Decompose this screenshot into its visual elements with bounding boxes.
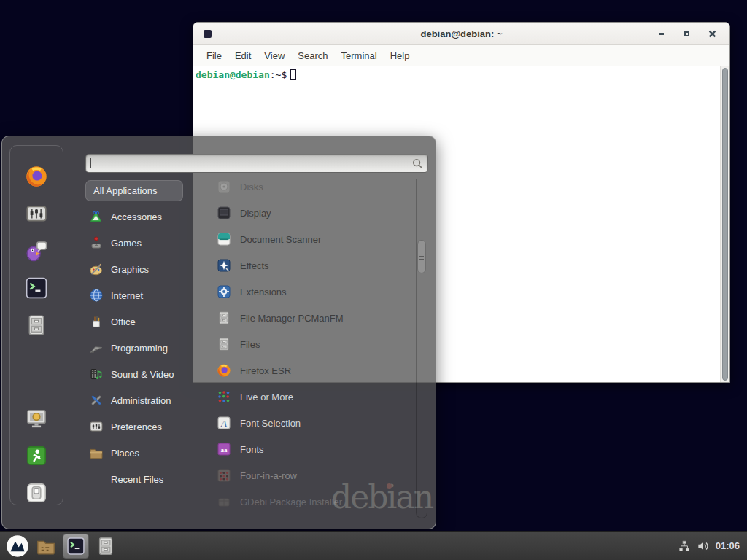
app-label: Font Selection (240, 418, 301, 429)
extensions-icon (217, 284, 231, 299)
app-five-or-more[interactable]: Five or More (192, 384, 418, 410)
app-display[interactable]: Display (192, 200, 418, 226)
category-games[interactable]: Games (85, 230, 183, 256)
files-launcher[interactable] (96, 536, 116, 556)
category-places[interactable]: Places (85, 440, 183, 466)
file-cabinet-icon (217, 337, 231, 351)
favorite-settings-panel-icon[interactable] (25, 202, 48, 225)
app-disks[interactable]: Disks (192, 174, 418, 200)
app-label: Fonts (240, 444, 264, 455)
maximize-button[interactable] (683, 30, 691, 38)
terminal-menu-search[interactable]: Search (291, 48, 334, 63)
favorite-screensaver-lock-icon[interactable] (25, 407, 48, 430)
firefox-icon (217, 363, 231, 378)
category-programming[interactable]: Programming (85, 335, 183, 361)
favorite-pidgin-icon[interactable] (25, 239, 48, 262)
terminal-menu-edit[interactable]: Edit (228, 48, 258, 63)
app-label: Four-in-a-row (240, 470, 297, 481)
sound-video-icon (89, 367, 104, 381)
terminal-scrollbar[interactable] (720, 66, 729, 382)
five-or-more-icon (217, 389, 231, 404)
volume-icon[interactable] (697, 540, 710, 553)
app-label: Firefox ESR (240, 365, 291, 376)
clock[interactable]: 01:06 (716, 540, 740, 551)
favorite-shutdown-icon[interactable] (25, 481, 48, 505)
category-accessories[interactable]: Accessories (85, 203, 183, 230)
terminal-menubar: FileEditViewSearchTerminalHelp (193, 45, 729, 66)
category-label: Programming (111, 343, 168, 354)
terminal-menu-help[interactable]: Help (384, 48, 417, 63)
terminal-menu-file[interactable]: File (200, 48, 228, 63)
search-input[interactable] (85, 154, 428, 173)
minimize-button[interactable] (657, 30, 665, 38)
close-icon (708, 30, 716, 38)
graphics-icon (89, 262, 104, 276)
applications-scrollbar[interactable] (416, 179, 427, 518)
programming-icon (89, 341, 104, 355)
file-cabinet-icon (217, 311, 231, 325)
app-font-selection[interactable]: AFont Selection (192, 410, 418, 436)
office-icon (89, 314, 104, 329)
gdebi-icon (217, 494, 231, 509)
terminal-menu-terminal[interactable]: Terminal (335, 48, 384, 63)
app-files[interactable]: Files (192, 331, 418, 357)
close-button[interactable] (708, 30, 716, 38)
category-graphics[interactable]: Graphics (85, 256, 183, 282)
app-label: Extensions (240, 287, 287, 298)
terminal-titlebar[interactable]: debian@debian: ~ (193, 23, 729, 45)
applications-menu-popup: All Applications AccessoriesGamesGraphic… (1, 136, 436, 529)
file-manager-launcher[interactable] (36, 536, 56, 556)
menu-button[interactable] (6, 534, 29, 558)
app-fonts[interactable]: aaFonts (192, 436, 418, 462)
category-recent-files[interactable]: Recent Files (85, 466, 183, 492)
administration-icon (89, 393, 104, 408)
favorite-firefox-icon[interactable] (25, 165, 48, 188)
terminal-menu-view[interactable]: View (258, 48, 291, 63)
category-office[interactable]: Office (85, 308, 183, 335)
svg-text:A: A (220, 418, 227, 429)
prompt-path: :~$ (270, 69, 287, 80)
taskbar-panel: 01:06 (0, 531, 747, 560)
app-label: File Manager PCManFM (240, 313, 344, 324)
document-scanner-icon (217, 232, 231, 246)
category-internet[interactable]: Internet (85, 282, 183, 308)
font-selection-icon: A (217, 416, 231, 430)
app-label: Five or More (240, 392, 293, 402)
display-icon (217, 206, 231, 220)
blank-icon (89, 472, 104, 486)
app-four-in-a-row[interactable]: Four-in-a-row (192, 462, 418, 489)
app-extensions[interactable]: Extensions (192, 279, 418, 305)
app-file-manager-pcmanfm[interactable]: File Manager PCManFM (192, 305, 418, 331)
applications-scrollbar-thumb[interactable] (417, 240, 426, 273)
app-label: Disks (240, 182, 263, 192)
categories-pane: All Applications AccessoriesGamesGraphic… (85, 180, 183, 492)
favorite-file-cabinet-icon[interactable] (25, 314, 48, 337)
category-sound-video[interactable]: Sound & Video (85, 361, 183, 387)
category-administration[interactable]: Administration (85, 387, 183, 413)
app-firefox-esr[interactable]: Firefox ESR (192, 357, 418, 384)
category-label: Recent Files (111, 474, 163, 485)
app-label: Display (240, 208, 271, 219)
internet-icon (89, 288, 104, 303)
games-icon (89, 236, 104, 250)
system-tray: 01:06 (678, 540, 741, 553)
category-preferences[interactable]: Preferences (85, 413, 183, 440)
app-effects[interactable]: Effects (192, 252, 418, 279)
favorite-terminal-icon[interactable] (25, 276, 48, 300)
network-icon[interactable] (678, 540, 691, 553)
search-icon (411, 158, 423, 169)
favorite-logout-icon[interactable] (25, 444, 48, 467)
app-document-scanner[interactable]: Document Scanner (192, 226, 418, 252)
app-label: Document Scanner (240, 234, 321, 245)
terminal-scrollbar-thumb[interactable] (722, 68, 728, 381)
category-label: Internet (111, 290, 143, 301)
effects-icon (217, 258, 231, 273)
category-label: Sound & Video (111, 369, 174, 380)
all-applications-button[interactable]: All Applications (85, 180, 183, 201)
accessories-icon (89, 209, 104, 224)
text-caret (90, 158, 91, 168)
terminal-window-list-button[interactable] (63, 534, 89, 559)
applications-list: DisksDisplayDocument ScannerEffectsExten… (192, 174, 418, 515)
app-gdebi-package-installer[interactable]: GDebi Package Installer (192, 489, 418, 515)
terminal-window-title: debian@debian: ~ (193, 28, 729, 39)
